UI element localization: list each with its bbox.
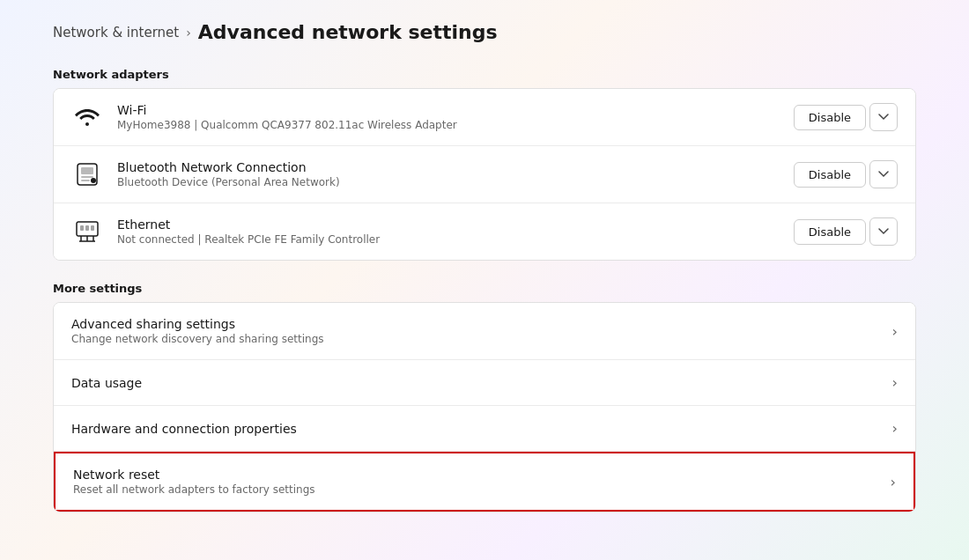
wifi-detail: MyHome3988 | Qualcomm QCA9377 802.11ac W… (117, 119, 794, 131)
adapter-row-wifi: Wi-Fi MyHome3988 | Qualcomm QCA9377 802.… (54, 89, 915, 146)
breadcrumb-parent[interactable]: Network & internet (53, 25, 179, 41)
ethernet-icon (71, 216, 103, 247)
breadcrumb: Network & internet › Advanced network se… (53, 21, 916, 43)
adapter-row-ethernet: Ethernet Not connected | Realtek PCIe FE… (54, 203, 915, 260)
wifi-actions: Disable (794, 103, 898, 131)
bluetooth-disable-button[interactable]: Disable (794, 162, 866, 188)
bluetooth-icon (71, 158, 103, 190)
svg-point-4 (91, 178, 96, 183)
more-settings-title: More settings (53, 282, 916, 295)
data-usage-info: Data usage (71, 376, 892, 390)
adapter-row-bluetooth: Bluetooth Network Connection Bluetooth D… (54, 146, 915, 203)
advanced-sharing-title: Advanced sharing settings (71, 317, 892, 331)
svg-rect-3 (81, 180, 90, 181)
bluetooth-name: Bluetooth Network Connection (117, 160, 794, 174)
breadcrumb-separator: › (186, 26, 191, 40)
network-reset-subtitle: Reset all network adapters to factory se… (73, 483, 891, 496)
hardware-properties-title: Hardware and connection properties (71, 422, 892, 436)
network-adapters-group: Wi-Fi MyHome3988 | Qualcomm QCA9377 802.… (53, 88, 916, 261)
ethernet-name: Ethernet (117, 217, 794, 232)
ethernet-actions: Disable (794, 217, 898, 246)
bluetooth-info: Bluetooth Network Connection Bluetooth D… (117, 160, 794, 188)
network-reset-title: Network reset (73, 468, 891, 482)
wifi-info: Wi-Fi MyHome3988 | Qualcomm QCA9377 802.… (117, 103, 794, 131)
settings-row-network-reset[interactable]: Network reset Reset all network adapters… (54, 452, 915, 512)
wifi-expand-button[interactable] (869, 103, 898, 131)
svg-rect-10 (80, 225, 84, 231)
hardware-properties-info: Hardware and connection properties (71, 422, 892, 436)
svg-rect-1 (81, 167, 93, 174)
settings-row-data-usage[interactable]: Data usage › (54, 360, 915, 406)
ethernet-disable-button[interactable]: Disable (794, 219, 866, 245)
wifi-icon (71, 101, 103, 133)
settings-row-advanced-sharing[interactable]: Advanced sharing settings Change network… (54, 303, 915, 360)
wifi-name: Wi-Fi (117, 103, 794, 117)
page-title: Advanced network settings (198, 21, 498, 43)
network-reset-info: Network reset Reset all network adapters… (73, 468, 891, 496)
network-reset-chevron-icon: › (891, 474, 896, 490)
settings-row-hardware-properties[interactable]: Hardware and connection properties › (54, 406, 915, 452)
wifi-disable-button[interactable]: Disable (794, 105, 866, 130)
more-settings-group: Advanced sharing settings Change network… (53, 302, 916, 512)
network-adapters-title: Network adapters (53, 68, 916, 81)
bluetooth-detail: Bluetooth Device (Personal Area Network) (117, 176, 794, 188)
advanced-sharing-chevron-icon: › (892, 323, 898, 340)
data-usage-chevron-icon: › (892, 374, 898, 391)
bluetooth-actions: Disable (794, 160, 898, 188)
svg-rect-11 (85, 225, 89, 231)
hardware-properties-chevron-icon: › (892, 420, 898, 437)
ethernet-info: Ethernet Not connected | Realtek PCIe FE… (117, 217, 794, 246)
svg-rect-2 (81, 176, 93, 178)
data-usage-title: Data usage (71, 376, 892, 390)
svg-rect-12 (91, 225, 94, 231)
bluetooth-expand-button[interactable] (869, 160, 898, 188)
ethernet-expand-button[interactable] (869, 217, 898, 246)
ethernet-detail: Not connected | Realtek PCIe FE Family C… (117, 233, 794, 246)
advanced-sharing-info: Advanced sharing settings Change network… (71, 317, 892, 345)
advanced-sharing-subtitle: Change network discovery and sharing set… (71, 333, 892, 345)
